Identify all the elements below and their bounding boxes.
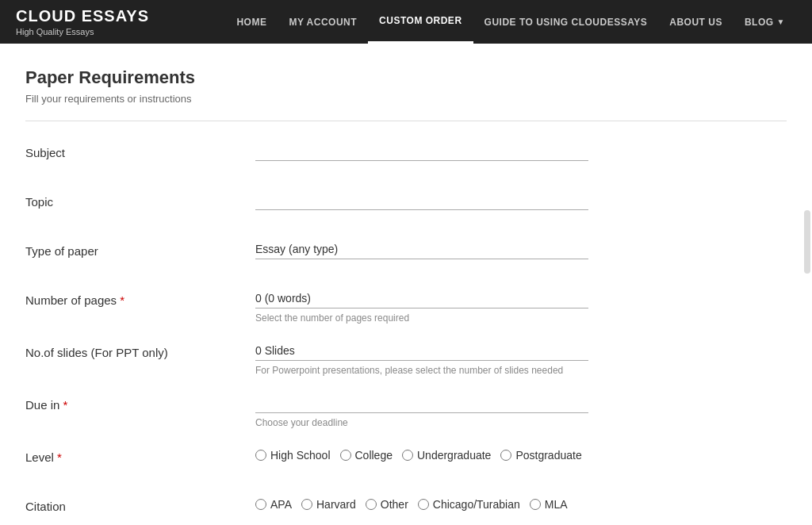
level-undergraduate[interactable]: Undergraduate <box>402 449 491 462</box>
chevron-down-icon: ▼ <box>777 17 785 26</box>
section-divider <box>25 121 787 121</box>
nav-links: HOME MY ACCOUNT CUSTOM ORDER GUIDE TO US… <box>225 0 796 44</box>
slides-row: No.of slides (For PPT only) 0 Slides For… <box>25 341 787 376</box>
due-in-field: Choose your deadline <box>255 393 588 428</box>
citation-chicago-label: Chicago/Turabian <box>433 498 520 511</box>
type-of-paper-row: Type of paper Essay (any type) <box>25 240 787 271</box>
due-in-input[interactable] <box>255 393 588 413</box>
citation-harvard[interactable]: Harvard <box>301 498 356 511</box>
citation-label: Citation <box>25 495 255 513</box>
slides-hint: For Powerpoint presentations, please sel… <box>255 365 588 376</box>
subject-input[interactable] <box>255 141 588 161</box>
citation-mla-label: MLA <box>545 498 568 511</box>
level-college-radio[interactable] <box>340 450 351 461</box>
level-required-mark: * <box>57 450 62 464</box>
brand-title: CLOUD ESSAYS <box>16 7 149 25</box>
level-row: Level * High School College Undergraduat… <box>25 446 787 477</box>
citation-apa-label: APA <box>270 498 292 511</box>
number-of-pages-value[interactable]: 0 (0 words) <box>255 289 588 308</box>
subject-row: Subject <box>25 141 787 173</box>
slides-value[interactable]: 0 Slides <box>255 341 588 361</box>
slides-label: No.of slides (For PPT only) <box>25 341 255 359</box>
main-content: Paper Requirements Fill your requirement… <box>10 44 802 525</box>
nav-home[interactable]: HOME <box>225 0 278 44</box>
type-of-paper-field: Essay (any type) <box>255 240 588 262</box>
number-of-pages-label: Number of pages * <box>25 289 255 307</box>
nav-guide[interactable]: GUIDE TO USING CLOUDESSAYS <box>473 0 659 44</box>
due-in-row: Due in * Choose your deadline <box>25 393 787 428</box>
page-subtitle: Fill your requirements or instructions <box>25 93 787 105</box>
nav-custom-order[interactable]: CUSTOM ORDER <box>368 0 473 44</box>
due-in-required-mark: * <box>63 398 68 412</box>
citation-options: APA Harvard Other Chicago/Turabian MLA <box>255 495 588 511</box>
level-high-school[interactable]: High School <box>255 449 331 462</box>
number-of-pages-field: 0 (0 words) Select the number of pages r… <box>255 289 588 324</box>
subject-label: Subject <box>25 141 255 159</box>
level-undergraduate-radio[interactable] <box>402 450 413 461</box>
level-label: Level * <box>25 446 255 464</box>
nav-blog[interactable]: BLOG ▼ <box>733 0 796 44</box>
citation-harvard-radio[interactable] <box>301 499 312 510</box>
number-of-pages-row: Number of pages * 0 (0 words) Select the… <box>25 289 787 324</box>
citation-mla[interactable]: MLA <box>530 498 568 511</box>
type-of-paper-label: Type of paper <box>25 240 255 258</box>
due-in-label: Due in * <box>25 393 255 412</box>
due-in-hint: Choose your deadline <box>255 417 588 428</box>
level-postgraduate-radio[interactable] <box>500 450 511 461</box>
nav-my-account[interactable]: MY ACCOUNT <box>278 0 368 44</box>
citation-apa[interactable]: APA <box>255 498 292 511</box>
level-undergraduate-label: Undergraduate <box>417 449 491 462</box>
type-of-paper-value[interactable]: Essay (any type) <box>255 240 588 259</box>
citation-apa-radio[interactable] <box>255 499 266 510</box>
level-high-school-label: High School <box>270 449 331 462</box>
citation-mla-radio[interactable] <box>530 499 541 510</box>
topic-label: Topic <box>25 190 255 209</box>
topic-input[interactable] <box>255 190 588 210</box>
slides-field: 0 Slides For Powerpoint presentations, p… <box>255 341 588 376</box>
number-of-pages-required-mark: * <box>120 293 124 307</box>
citation-harvard-label: Harvard <box>316 498 356 511</box>
level-postgraduate-label: Postgraduate <box>515 449 581 462</box>
scrollbar[interactable] <box>804 210 810 274</box>
nav-about-us[interactable]: ABOUT US <box>658 0 733 44</box>
page-title: Paper Requirements <box>25 67 787 88</box>
level-options: High School College Undergraduate Postgr… <box>255 446 588 462</box>
citation-chicago[interactable]: Chicago/Turabian <box>418 498 520 511</box>
level-field: High School College Undergraduate Postgr… <box>255 446 588 462</box>
citation-other-radio[interactable] <box>366 499 377 510</box>
topic-field <box>255 190 588 210</box>
brand-subtitle: High Quality Essays <box>16 27 149 36</box>
citation-other[interactable]: Other <box>366 498 408 511</box>
level-college-label: College <box>355 449 393 462</box>
topic-row: Topic <box>25 190 787 222</box>
navbar: CLOUD ESSAYS High Quality Essays HOME MY… <box>0 0 812 44</box>
brand: CLOUD ESSAYS High Quality Essays <box>16 7 149 36</box>
level-high-school-radio[interactable] <box>255 450 266 461</box>
citation-field: APA Harvard Other Chicago/Turabian MLA <box>255 495 588 511</box>
citation-chicago-radio[interactable] <box>418 499 429 510</box>
citation-other-label: Other <box>381 498 408 511</box>
level-college[interactable]: College <box>340 449 393 462</box>
citation-row: Citation APA Harvard Other Chicago/Turab… <box>25 495 787 525</box>
subject-field <box>255 141 588 161</box>
level-postgraduate[interactable]: Postgraduate <box>500 449 581 462</box>
number-of-pages-hint: Select the number of pages required <box>255 312 588 324</box>
